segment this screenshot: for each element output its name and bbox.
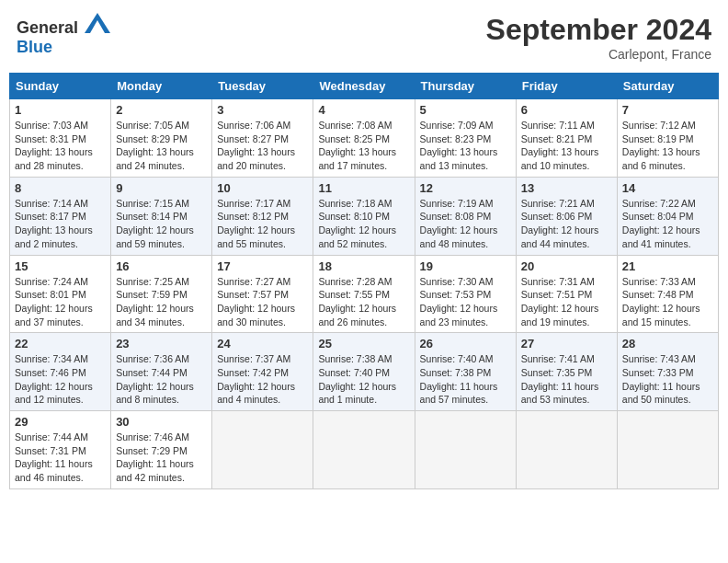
day-info: Sunrise: 7:21 AMSunset: 8:06 PMDaylight:… (521, 197, 612, 251)
day-number: 2 (116, 103, 207, 117)
day-info: Sunrise: 7:15 AMSunset: 8:14 PMDaylight:… (116, 197, 207, 251)
day-cell: 17Sunrise: 7:27 AMSunset: 7:57 PMDayligh… (212, 255, 313, 333)
day-info: Sunrise: 7:40 AMSunset: 7:38 PMDaylight:… (420, 352, 511, 407)
day-number: 14 (622, 181, 713, 195)
day-number: 29 (15, 415, 106, 429)
day-info: Sunrise: 7:22 AMSunset: 8:04 PMDaylight:… (622, 197, 713, 251)
day-number: 18 (318, 259, 409, 273)
logo-blue: Blue (17, 38, 52, 56)
weekday-header-friday: Friday (516, 74, 617, 99)
weekday-header-monday: Monday (111, 74, 212, 99)
day-cell: 18Sunrise: 7:28 AMSunset: 7:55 PMDayligh… (313, 255, 415, 333)
month-title: September 2024 (486, 13, 711, 47)
day-cell: 25Sunrise: 7:38 AMSunset: 7:40 PMDayligh… (313, 333, 415, 411)
weekday-header-sunday: Sunday (10, 74, 111, 99)
day-number: 20 (521, 259, 612, 273)
day-cell: 26Sunrise: 7:40 AMSunset: 7:38 PMDayligh… (415, 333, 516, 411)
day-number: 7 (622, 103, 713, 117)
day-number: 30 (116, 415, 207, 429)
day-info: Sunrise: 7:46 AMSunset: 7:29 PMDaylight:… (116, 431, 207, 485)
day-info: Sunrise: 7:19 AMSunset: 8:08 PMDaylight:… (420, 197, 511, 251)
day-cell: 19Sunrise: 7:30 AMSunset: 7:53 PMDayligh… (415, 255, 516, 333)
location-title: Carlepont, France (486, 47, 711, 62)
day-cell: 29Sunrise: 7:44 AMSunset: 7:31 PMDayligh… (10, 411, 111, 489)
logo-general: General (17, 18, 78, 37)
day-info: Sunrise: 7:33 AMSunset: 7:48 PMDaylight:… (622, 275, 713, 329)
day-info: Sunrise: 7:43 AMSunset: 7:33 PMDaylight:… (622, 352, 713, 407)
day-number: 22 (15, 337, 106, 350)
day-cell: 16Sunrise: 7:25 AMSunset: 7:59 PMDayligh… (111, 255, 212, 333)
day-cell: 21Sunrise: 7:33 AMSunset: 7:48 PMDayligh… (617, 255, 718, 333)
day-number: 24 (217, 337, 308, 350)
day-cell: 28Sunrise: 7:43 AMSunset: 7:33 PMDayligh… (617, 333, 718, 411)
day-info: Sunrise: 7:44 AMSunset: 7:31 PMDaylight:… (15, 431, 106, 485)
day-cell: 20Sunrise: 7:31 AMSunset: 7:51 PMDayligh… (516, 255, 617, 333)
day-info: Sunrise: 7:34 AMSunset: 7:46 PMDaylight:… (15, 352, 106, 407)
day-number: 19 (420, 259, 511, 273)
day-cell: 5Sunrise: 7:09 AMSunset: 8:23 PMDaylight… (415, 99, 516, 178)
day-number: 4 (318, 103, 409, 117)
logo-text: General Blue (17, 13, 110, 57)
day-number: 26 (420, 337, 511, 350)
day-info: Sunrise: 7:30 AMSunset: 7:53 PMDaylight:… (420, 275, 511, 329)
day-info: Sunrise: 7:09 AMSunset: 8:23 PMDaylight:… (420, 119, 511, 173)
day-number: 8 (15, 181, 106, 195)
day-info: Sunrise: 7:17 AMSunset: 8:12 PMDaylight:… (217, 197, 308, 251)
logo: General Blue (17, 13, 110, 57)
day-info: Sunrise: 7:27 AMSunset: 7:57 PMDaylight:… (217, 275, 308, 329)
day-cell: 14Sunrise: 7:22 AMSunset: 8:04 PMDayligh… (617, 177, 718, 255)
day-number: 23 (116, 337, 207, 350)
week-row-4: 22Sunrise: 7:34 AMSunset: 7:46 PMDayligh… (10, 333, 719, 411)
day-cell (313, 411, 415, 489)
day-cell: 3Sunrise: 7:06 AMSunset: 8:27 PMDaylight… (212, 99, 313, 178)
title-area: September 2024 Carlepont, France (486, 13, 711, 62)
day-number: 15 (15, 259, 106, 273)
calendar-table: SundayMondayTuesdayWednesdayThursdayFrid… (9, 73, 719, 489)
day-cell: 22Sunrise: 7:34 AMSunset: 7:46 PMDayligh… (10, 333, 111, 411)
day-cell (516, 411, 617, 489)
day-cell: 12Sunrise: 7:19 AMSunset: 8:08 PMDayligh… (415, 177, 516, 255)
day-info: Sunrise: 7:08 AMSunset: 8:25 PMDaylight:… (318, 119, 409, 173)
weekday-header-saturday: Saturday (617, 74, 718, 99)
day-cell (415, 411, 516, 489)
day-info: Sunrise: 7:18 AMSunset: 8:10 PMDaylight:… (318, 197, 409, 251)
day-number: 17 (217, 259, 308, 273)
day-number: 13 (521, 181, 612, 195)
day-cell: 2Sunrise: 7:05 AMSunset: 8:29 PMDaylight… (111, 99, 212, 178)
day-number: 12 (420, 181, 511, 195)
week-row-1: 1Sunrise: 7:03 AMSunset: 8:31 PMDaylight… (10, 99, 719, 178)
weekday-header-wednesday: Wednesday (313, 74, 415, 99)
day-number: 28 (622, 337, 713, 350)
day-number: 10 (217, 181, 308, 195)
day-info: Sunrise: 7:11 AMSunset: 8:21 PMDaylight:… (521, 119, 612, 173)
day-cell: 23Sunrise: 7:36 AMSunset: 7:44 PMDayligh… (111, 333, 212, 411)
day-cell: 10Sunrise: 7:17 AMSunset: 8:12 PMDayligh… (212, 177, 313, 255)
day-info: Sunrise: 7:25 AMSunset: 7:59 PMDaylight:… (116, 275, 207, 329)
day-cell: 24Sunrise: 7:37 AMSunset: 7:42 PMDayligh… (212, 333, 313, 411)
day-info: Sunrise: 7:24 AMSunset: 8:01 PMDaylight:… (15, 275, 106, 329)
logo-icon (85, 13, 110, 33)
day-cell: 30Sunrise: 7:46 AMSunset: 7:29 PMDayligh… (111, 411, 212, 489)
day-info: Sunrise: 7:14 AMSunset: 8:17 PMDaylight:… (15, 197, 106, 251)
day-cell (212, 411, 313, 489)
day-cell: 7Sunrise: 7:12 AMSunset: 8:19 PMDaylight… (617, 99, 718, 178)
day-cell (617, 411, 718, 489)
weekday-header-row: SundayMondayTuesdayWednesdayThursdayFrid… (10, 74, 719, 99)
day-cell: 27Sunrise: 7:41 AMSunset: 7:35 PMDayligh… (516, 333, 617, 411)
day-cell: 13Sunrise: 7:21 AMSunset: 8:06 PMDayligh… (516, 177, 617, 255)
day-info: Sunrise: 7:28 AMSunset: 7:55 PMDaylight:… (318, 275, 409, 329)
day-cell: 8Sunrise: 7:14 AMSunset: 8:17 PMDaylight… (10, 177, 111, 255)
day-info: Sunrise: 7:31 AMSunset: 7:51 PMDaylight:… (521, 275, 612, 329)
day-number: 3 (217, 103, 308, 117)
day-info: Sunrise: 7:03 AMSunset: 8:31 PMDaylight:… (15, 119, 106, 173)
day-info: Sunrise: 7:06 AMSunset: 8:27 PMDaylight:… (217, 119, 308, 173)
day-cell: 4Sunrise: 7:08 AMSunset: 8:25 PMDaylight… (313, 99, 415, 178)
day-number: 1 (15, 103, 106, 117)
day-number: 16 (116, 259, 207, 273)
day-number: 27 (521, 337, 612, 350)
day-number: 11 (318, 181, 409, 195)
calendar-header: General Blue September 2024 Carlepont, F… (9, 9, 719, 65)
day-cell: 1Sunrise: 7:03 AMSunset: 8:31 PMDaylight… (10, 99, 111, 178)
week-row-2: 8Sunrise: 7:14 AMSunset: 8:17 PMDaylight… (10, 177, 719, 255)
day-number: 9 (116, 181, 207, 195)
